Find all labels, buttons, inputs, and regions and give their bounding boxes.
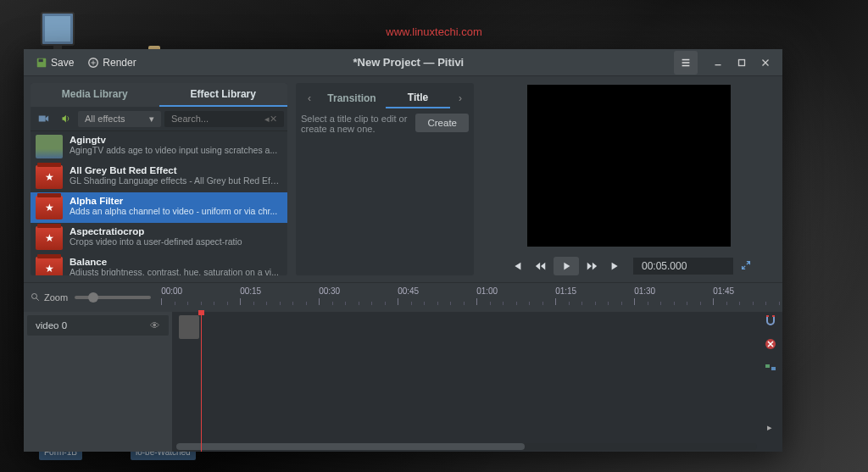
zoom-icon <box>31 292 41 303</box>
title-hint-text: Select a title clip to edit or create a … <box>301 114 410 134</box>
clear-search-icon[interactable]: ◂✕ <box>264 114 277 125</box>
svg-rect-4 <box>39 116 46 122</box>
tab-title[interactable]: Title <box>386 88 450 108</box>
tab-media-library[interactable]: Media Library <box>31 83 159 107</box>
effect-description: Crops video into a user-defined aspect-r… <box>70 236 242 247</box>
effect-name: Balance <box>70 257 279 267</box>
timeline-clip[interactable] <box>179 315 199 339</box>
search-input[interactable]: Search... ◂✕ <box>164 111 284 127</box>
effect-item[interactable]: Alpha Filter Adds an alpha channel to vi… <box>31 192 287 223</box>
middle-panel: ‹ Transition Title › Select a title clip… <box>296 83 474 275</box>
tab-effect-library[interactable]: Effect Library <box>159 83 288 107</box>
ruler-tick: 01:00 <box>476 286 498 296</box>
track-name: video 0 <box>36 320 67 330</box>
maximize-button[interactable] <box>730 51 754 75</box>
close-button[interactable] <box>754 51 777 75</box>
audio-filter-icon[interactable] <box>56 110 75 127</box>
hamburger-icon <box>680 57 692 69</box>
chevron-down-icon: ▾ <box>149 114 154 125</box>
group-clips-button[interactable] <box>762 359 779 376</box>
effect-name: Aspectratiocrop <box>70 226 242 236</box>
render-icon <box>87 57 99 69</box>
track-header-video0[interactable]: video 0 👁 <box>27 315 169 336</box>
timeline-canvas[interactable] <box>172 312 782 452</box>
ruler-tick: 01:30 <box>634 286 655 296</box>
skip-start-button[interactable] <box>506 257 528 275</box>
playhead[interactable] <box>201 312 202 452</box>
video-preview[interactable] <box>527 85 731 247</box>
scroll-right-button[interactable]: ▸ <box>762 419 777 435</box>
effect-description: AgingTV adds age to video input using sc… <box>70 145 277 155</box>
titlebar: Save Render *New Project — Pitivi <box>24 49 782 76</box>
play-button[interactable] <box>554 257 579 275</box>
effect-item[interactable]: Agingtv AgingTV adds age to video input … <box>31 131 287 162</box>
save-button[interactable]: Save <box>29 53 81 72</box>
video-filter-icon[interactable] <box>34 110 53 127</box>
svg-rect-7 <box>765 364 770 368</box>
hamburger-menu-button[interactable] <box>674 51 698 75</box>
effect-thumbnail <box>36 196 63 219</box>
skip-end-button[interactable] <box>604 257 626 275</box>
effect-name: Alpha Filter <box>70 196 277 206</box>
prev-tab-button[interactable]: ‹ <box>301 92 318 104</box>
desktop-computer-icon[interactable] <box>41 12 75 46</box>
maximize-icon <box>736 57 748 69</box>
minimize-button[interactable] <box>706 51 730 75</box>
ruler-tick: 01:45 <box>713 286 734 296</box>
effect-item[interactable]: Aspectratiocrop Crops video into a user-… <box>31 223 287 253</box>
svg-rect-3 <box>739 59 745 65</box>
svg-rect-1 <box>39 58 43 62</box>
render-button[interactable]: Render <box>81 53 142 72</box>
window-title: *New Project — Pitivi <box>143 56 674 69</box>
pitivi-window: Save Render *New Project — Pitivi Media … <box>24 49 782 452</box>
ruler-tick: 00:30 <box>319 286 340 296</box>
render-label: Render <box>103 57 136 69</box>
minimize-icon <box>712 57 724 69</box>
svg-point-5 <box>32 294 37 299</box>
effect-category-dropdown[interactable]: All effects ▾ <box>78 111 161 127</box>
effect-thumbnail <box>36 226 63 250</box>
svg-rect-8 <box>771 367 776 370</box>
effect-description: Adjusts brightness, contrast, hue, satur… <box>70 267 279 275</box>
save-label: Save <box>51 57 74 69</box>
effect-name: All Grey But Red Effect <box>70 165 281 175</box>
track-visibility-icon[interactable]: 👁 <box>150 320 160 330</box>
zoom-label: Zoom <box>31 292 68 303</box>
timeline-ruler[interactable]: 00:0000:1500:3000:4501:0001:1501:3001:45 <box>161 286 776 308</box>
library-panel: Media Library Effect Library All effects… <box>31 83 287 275</box>
forward-button[interactable] <box>581 257 603 275</box>
ruler-tick: 00:45 <box>398 286 419 296</box>
watermark-text: www.linuxtechi.com <box>386 25 481 38</box>
preview-panel: 00:05.000 <box>482 83 776 275</box>
ruler-tick: 01:15 <box>555 286 576 296</box>
create-button[interactable]: Create <box>415 114 469 132</box>
timecode-input[interactable]: 00:05.000 <box>633 258 733 275</box>
zoom-slider[interactable] <box>75 296 151 299</box>
effect-item[interactable]: Balance Adjusts brightness, contrast, hu… <box>31 253 287 275</box>
effect-thumbnail <box>36 257 63 275</box>
tab-transition[interactable]: Transition <box>320 89 384 108</box>
effect-thumbnail <box>36 135 63 158</box>
effect-name: Agingtv <box>70 135 277 145</box>
save-icon <box>36 57 47 69</box>
ruler-tick: 00:00 <box>161 286 182 296</box>
effect-thumbnail <box>36 165 63 189</box>
dropdown-label: All effects <box>85 114 125 124</box>
detach-preview-button[interactable] <box>740 259 752 274</box>
ripple-delete-button[interactable] <box>762 336 779 353</box>
next-tab-button[interactable]: › <box>452 92 469 104</box>
rewind-button[interactable] <box>530 257 552 275</box>
timeline-hscrollbar[interactable] <box>176 443 757 450</box>
effect-description: Adds an alpha channel to video - uniform… <box>70 206 277 216</box>
magnet-snap-button[interactable] <box>762 312 779 329</box>
close-icon <box>760 57 771 69</box>
effect-list: Agingtv AgingTV adds age to video input … <box>31 131 287 275</box>
search-placeholder: Search... <box>171 114 209 124</box>
ruler-tick: 00:15 <box>240 286 261 296</box>
effect-description: GL Shading Language effects - All Grey b… <box>70 175 281 186</box>
effect-item[interactable]: All Grey But Red Effect GL Shading Langu… <box>31 162 287 192</box>
